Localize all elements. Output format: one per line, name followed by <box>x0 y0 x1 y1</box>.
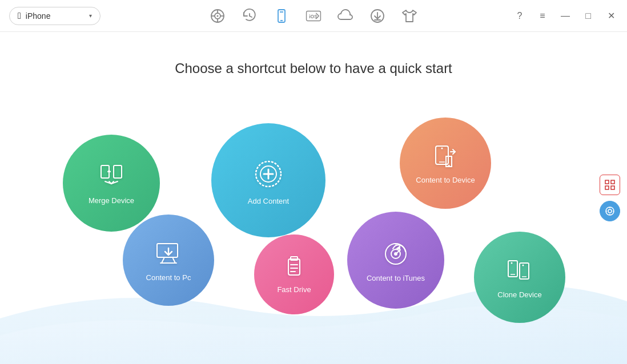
main-content: Choose a shortcut below to have a quick … <box>0 32 627 364</box>
help-button[interactable]: ? <box>513 9 526 23</box>
title-bar:  iPhone ▾ <box>0 0 627 32</box>
device-name: iPhone <box>26 11 85 21</box>
svg-rect-35 <box>288 259 300 275</box>
toolbar-history[interactable] <box>242 8 258 24</box>
svg-line-31 <box>162 258 164 263</box>
svg-rect-51 <box>605 186 609 189</box>
merge-device-label: Merge Device <box>89 196 134 205</box>
maximize-button[interactable]: □ <box>581 9 595 23</box>
svg-line-8 <box>250 16 252 17</box>
tool-button[interactable] <box>600 201 620 221</box>
svg-point-2 <box>217 15 219 17</box>
content-to-pc-button[interactable]: Content to Pc <box>123 215 214 306</box>
add-content-label: Add Content <box>248 197 289 205</box>
content-to-itunes-label: Content to iTunes <box>367 274 425 282</box>
svg-rect-30 <box>157 244 178 257</box>
apple-icon:  <box>18 11 21 21</box>
page-title: Choose a shortcut below to have a quick … <box>0 32 627 76</box>
menu-button[interactable]: ≡ <box>536 9 549 23</box>
svg-line-32 <box>173 258 175 263</box>
device-selector[interactable]:  iPhone ▾ <box>9 7 101 25</box>
clone-device-button[interactable]: Clone Device <box>474 232 565 323</box>
close-button[interactable]: ✕ <box>604 9 618 23</box>
toolbar-shop[interactable] <box>401 8 417 24</box>
svg-rect-18 <box>114 165 122 178</box>
svg-point-42 <box>394 252 397 256</box>
toolbar: iOS <box>210 8 417 24</box>
toolbar-music[interactable] <box>210 8 226 24</box>
window-controls: ? ≡ — □ ✕ <box>513 9 618 23</box>
toolbar-cloud[interactable] <box>337 8 353 24</box>
chevron-down-icon: ▾ <box>89 13 92 19</box>
content-to-device-button[interactable]: Content to Device <box>400 118 491 209</box>
fast-drive-label: Fast Drive <box>277 285 311 294</box>
grid-view-button[interactable] <box>600 175 620 195</box>
fast-drive-button[interactable]: Fast Drive <box>254 234 334 314</box>
svg-point-54 <box>608 209 612 213</box>
svg-point-53 <box>606 207 614 215</box>
merge-device-button[interactable]: Merge Device <box>63 135 160 232</box>
circles-container: Merge Device Add Content Cont <box>0 100 627 363</box>
minimize-button[interactable]: — <box>558 9 572 23</box>
svg-rect-49 <box>605 180 609 184</box>
content-to-device-label: Content to Device <box>416 176 475 184</box>
content-to-itunes-button[interactable]: Content to iTunes <box>347 212 444 309</box>
content-to-pc-label: Content to Pc <box>146 273 191 282</box>
right-sidebar <box>600 175 620 221</box>
toolbar-download[interactable] <box>369 8 385 24</box>
clone-device-label: Clone Device <box>497 290 541 299</box>
svg-rect-50 <box>611 180 614 184</box>
toolbar-ios[interactable]: iOS <box>306 8 321 24</box>
svg-rect-52 <box>611 186 614 189</box>
add-content-button[interactable]: Add Content <box>211 123 325 237</box>
toolbar-device[interactable] <box>274 8 290 24</box>
